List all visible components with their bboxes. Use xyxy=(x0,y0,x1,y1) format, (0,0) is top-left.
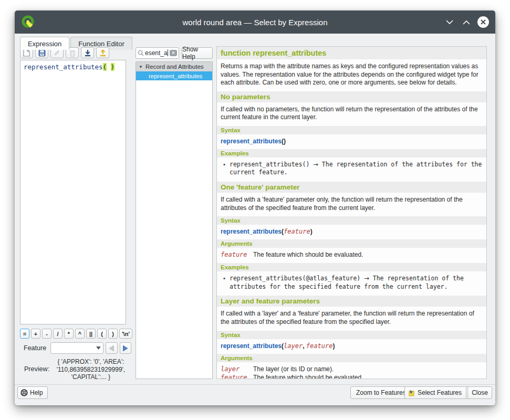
operator-buttons: =+-/*^||()'\n' xyxy=(20,329,132,339)
help-section-header: Syntax xyxy=(217,331,486,339)
help-example: represent_attributes() → The representat… xyxy=(217,159,486,181)
operator-button-/[interactable]: / xyxy=(53,329,63,339)
close-button[interactable]: Close xyxy=(467,386,492,399)
search-text: esent_a xyxy=(145,49,170,57)
help-function-title: function represent_attributes xyxy=(217,47,486,59)
help-section-header: Syntax xyxy=(217,126,486,134)
tree-expander-icon[interactable]: ▼ xyxy=(136,65,145,69)
clear-search-icon[interactable]: ✕ xyxy=(170,50,177,56)
help-section-header: Syntax xyxy=(217,216,486,225)
operator-button-+[interactable]: + xyxy=(31,329,40,339)
help-section-header: One 'feature' parameter xyxy=(217,182,486,193)
operator-button-||[interactable]: || xyxy=(86,329,96,339)
help-example: represent_attributes(@atlas_feature) → T… xyxy=(217,272,486,295)
help-section-header: Examples xyxy=(217,149,486,158)
tree-group-record-and-attributes[interactable]: ▼ Record and Attributes xyxy=(136,62,212,71)
feature-combobox[interactable] xyxy=(50,342,103,354)
paren-open-highlight: ( xyxy=(103,63,107,71)
footer: Help Zoom to Features Select Features ▼ … xyxy=(15,386,495,401)
tab-expression[interactable]: Expression xyxy=(20,37,69,50)
tree-group-label: Record and Attributes xyxy=(145,64,204,70)
operator-button-=[interactable]: = xyxy=(20,329,29,339)
operator-button--[interactable]: - xyxy=(42,329,51,339)
function-tree: ▼ Record and Attributes represent_attrib… xyxy=(136,61,213,379)
help-section-header: Arguments xyxy=(217,239,486,248)
window-title: world round area — Select by Expression xyxy=(15,18,495,27)
help-paragraph: If called with no parameters, the functi… xyxy=(217,103,486,125)
zoom-to-features-button[interactable]: Zoom to Features xyxy=(350,386,412,399)
help-section-header: No parameters xyxy=(217,91,486,102)
help-arguments: featureThe feature which should be evalu… xyxy=(217,249,486,262)
help-paragraph: If called with a 'feature' parameter onl… xyxy=(217,194,486,215)
help-argument-row: featureThe feature which should be evalu… xyxy=(221,373,483,379)
paren-close-highlight: ) xyxy=(111,63,115,71)
select-by-expression-dialog: world round area — Select by Expression … xyxy=(15,10,495,405)
chevron-down-icon xyxy=(96,346,101,350)
minimize-icon[interactable] xyxy=(444,16,455,28)
preview-value: { 'APPROX': '0', 'AREA': '110,8639582319… xyxy=(51,358,130,381)
help-button-label: Help xyxy=(30,389,43,396)
help-icon xyxy=(20,389,28,396)
help-section-header: Arguments xyxy=(217,354,486,362)
preview-row: Preview: { 'APPROX': '0', 'AREA': '110,8… xyxy=(20,358,133,381)
qgis-logo-icon xyxy=(21,15,36,29)
select-features-icon xyxy=(408,390,415,396)
maximize-icon[interactable] xyxy=(461,16,472,28)
expression-text: represent_attributes xyxy=(24,63,103,71)
help-syntax-code: represent_attributes(feature) xyxy=(217,226,486,238)
next-feature-button[interactable] xyxy=(120,342,131,354)
select-features-button[interactable]: Select Features xyxy=(404,386,466,399)
export-expression-icon[interactable] xyxy=(96,47,109,58)
operator-button-)[interactable]: ) xyxy=(108,329,118,339)
help-argument-row: featureThe feature which should be evalu… xyxy=(221,250,483,259)
operator-button-([interactable]: ( xyxy=(97,329,107,339)
help-argument-row: layerThe layer (or its ID or name). xyxy=(221,365,483,373)
help-syntax-code: represent_attributes() xyxy=(217,135,486,148)
show-help-button[interactable]: Show Help xyxy=(182,47,213,59)
titlebar[interactable]: world round area — Select by Expression xyxy=(15,10,495,34)
help-section-header: Examples xyxy=(217,263,486,271)
select-features-split-button: Select Features ▼ xyxy=(404,386,475,399)
search-input[interactable]: esent_a ✕ xyxy=(136,47,179,59)
operator-button-^[interactable]: ^ xyxy=(75,329,85,339)
search-icon xyxy=(138,50,144,56)
help-button[interactable]: Help xyxy=(17,386,48,399)
import-expression-icon[interactable] xyxy=(81,47,94,58)
tree-item-represent_attributes[interactable]: represent_attributes xyxy=(136,71,212,80)
help-syntax-code: represent_attributes(layer, feature) xyxy=(217,340,486,353)
help-section-header: Layer and feature parameters xyxy=(217,296,486,307)
select-features-label: Select Features xyxy=(418,389,462,396)
close-icon[interactable] xyxy=(477,16,489,28)
help-paragraph: Returns a map with the attribute names a… xyxy=(217,60,486,90)
preview-label: Preview: xyxy=(24,365,49,381)
help-paragraph: If called with a 'layer' and a 'feature'… xyxy=(217,308,486,329)
feature-label: Feature xyxy=(24,344,46,352)
help-arguments: layerThe layer (or its ID or name).featu… xyxy=(217,363,486,379)
expression-editor[interactable]: represent_attributes( ) xyxy=(20,60,126,324)
feature-row: Feature xyxy=(20,342,131,354)
function-help-panel[interactable]: function represent_attributes Returns a … xyxy=(216,46,487,379)
operator-button-*[interactable]: * xyxy=(64,329,74,339)
footer-separator xyxy=(15,384,495,385)
operator-button-nnnn[interactable]: '\n' xyxy=(119,329,132,339)
previous-feature-button[interactable] xyxy=(106,342,117,354)
